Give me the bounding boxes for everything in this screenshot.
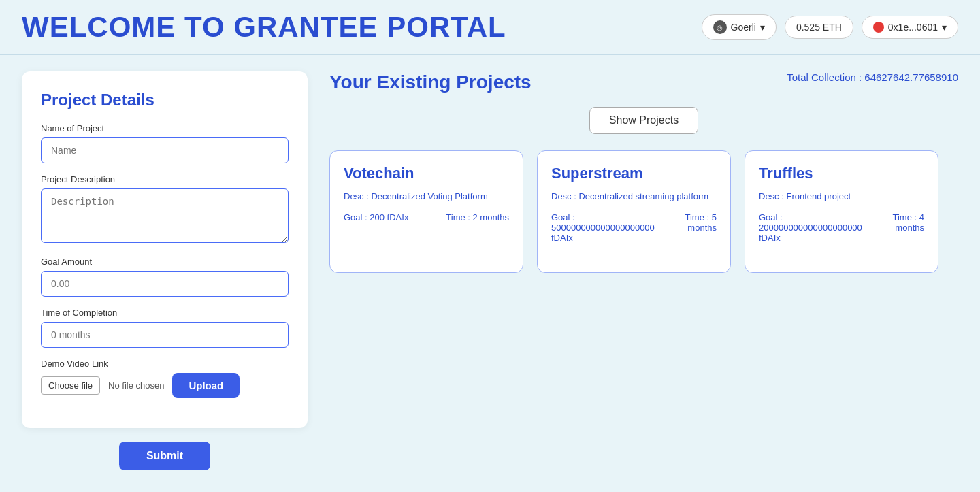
time-label: Time of Completion	[41, 308, 289, 318]
total-collection: Total Collection : 64627642.77658910	[787, 71, 958, 83]
goal-group: Goal Amount	[41, 257, 289, 297]
goal-input[interactable]	[41, 271, 289, 297]
project-goal: Goal : 500000000000000000000 fDAIx	[551, 212, 668, 243]
project-time: Time : 2 months	[446, 212, 509, 223]
project-meta: Goal : 200000000000000000000 fDAIx Time …	[759, 212, 924, 243]
wallet-dot-icon	[873, 22, 884, 33]
page-title: WELCOME TO GRANTEE PORTAL	[22, 11, 506, 44]
desc-label: Project Description	[41, 174, 289, 184]
project-card: Truffles Desc : Frontend project Goal : …	[745, 150, 938, 273]
submit-button[interactable]: Submit	[119, 442, 210, 470]
project-goal: Goal : 200000000000000000000 fDAIx	[759, 212, 876, 243]
project-card: Superstream Desc : Decentralized streami…	[537, 150, 731, 273]
name-input[interactable]	[41, 137, 289, 163]
project-meta: Goal : 500000000000000000000 fDAIx Time …	[551, 212, 717, 243]
upload-button[interactable]: Upload	[172, 373, 240, 398]
main-layout: Project Details Name of Project Project …	[0, 55, 980, 487]
projects-grid: Votechain Desc : Decentralized Voting Pl…	[329, 150, 958, 273]
project-name: Votechain	[344, 165, 509, 182]
description-input[interactable]	[41, 188, 289, 243]
project-name: Superstream	[551, 165, 717, 182]
video-label: Demo Video Link	[41, 359, 289, 369]
no-file-text: No file chosen	[108, 380, 164, 391]
left-panel: Project Details Name of Project Project …	[22, 71, 308, 470]
project-desc: Desc : Decentralized Voting Platform	[344, 191, 509, 203]
right-panel: Your Existing Projects Total Collection …	[329, 71, 958, 470]
project-time: Time : 4 months	[876, 212, 924, 233]
project-desc: Desc : Frontend project	[759, 191, 924, 203]
goal-label: Goal Amount	[41, 257, 289, 267]
project-time: Time : 5 months	[668, 212, 717, 233]
project-details-card: Project Details Name of Project Project …	[22, 71, 308, 428]
network-selector[interactable]: ◎ Goerli ▾	[702, 14, 777, 40]
network-icon: ◎	[713, 20, 727, 34]
show-projects-button[interactable]: Show Projects	[589, 107, 698, 134]
header-controls: ◎ Goerli ▾ 0.525 ETH 0x1e...0601 ▾	[702, 14, 958, 40]
project-name: Truffles	[759, 165, 924, 182]
name-group: Name of Project	[41, 123, 289, 163]
header: WELCOME TO GRANTEE PORTAL ◎ Goerli ▾ 0.5…	[0, 0, 980, 55]
choose-file-button[interactable]: Choose file	[41, 376, 100, 395]
project-goal: Goal : 200 fDAIx	[344, 212, 408, 223]
wallet-button[interactable]: 0x1e...0601 ▾	[862, 16, 958, 39]
network-chevron-icon: ▾	[760, 22, 765, 33]
network-label: Goerli	[731, 22, 756, 33]
section-title: Your Existing Projects	[329, 71, 532, 93]
time-input[interactable]	[41, 322, 289, 348]
video-group: Demo Video Link Choose file No file chos…	[41, 359, 289, 398]
name-label: Name of Project	[41, 123, 289, 133]
project-desc: Desc : Decentralized streaming platform	[551, 191, 717, 203]
wallet-chevron-icon: ▾	[942, 22, 947, 33]
time-group: Time of Completion	[41, 308, 289, 348]
right-header: Your Existing Projects Total Collection …	[329, 71, 958, 93]
eth-balance: 0.525 ETH	[785, 16, 853, 39]
project-meta: Goal : 200 fDAIx Time : 2 months	[344, 212, 509, 223]
file-row: Choose file No file chosen Upload	[41, 373, 289, 398]
desc-group: Project Description	[41, 174, 289, 246]
project-card: Votechain Desc : Decentralized Voting Pl…	[329, 150, 523, 273]
wallet-address: 0x1e...0601	[888, 22, 938, 33]
form-title: Project Details	[41, 91, 289, 110]
